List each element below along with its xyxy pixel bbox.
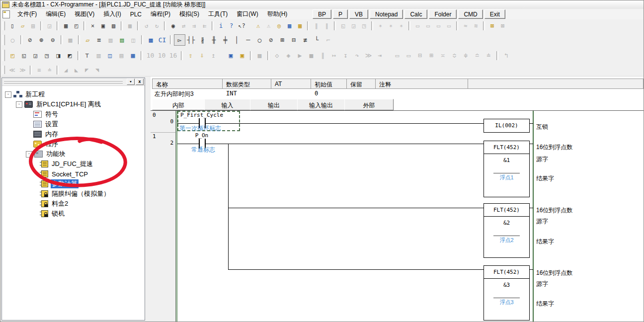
vertical-line-icon[interactable]: │ — [231, 34, 242, 46]
contact-operand-p-first-cycle[interactable]: P_First_Cycle — [170, 112, 233, 118]
flt-instruction-block-1[interactable]: FLT(452) &1 浮点1 — [483, 141, 530, 197]
flt1-result-symbol[interactable]: 浮点1 — [493, 173, 520, 181]
menu-file[interactable]: 文件(F) — [13, 9, 41, 19]
compile-program-check-icon[interactable]: ⚠ — [253, 21, 263, 31]
flt3-result-symbol[interactable]: 浮点3 — [493, 298, 520, 306]
flt2-result-symbol[interactable]: 浮点2 — [493, 236, 520, 244]
symbol-comments-icon[interactable]: ▱ — [82, 34, 93, 46]
mnemonic-box-icon[interactable]: ▦ — [127, 50, 139, 61]
chevron-down-icon[interactable]: ▾ — [127, 79, 135, 85]
menu-window[interactable]: 窗口(W) — [232, 9, 262, 19]
transfer-to-plc-icon[interactable]: ▦ — [284, 21, 295, 31]
work-online-simulator-icon[interactable]: ▣ — [237, 50, 248, 61]
local-symbols-window-icon[interactable]: ◨ — [53, 50, 64, 61]
new-closed-contact-icon[interactable]: ∦ — [197, 34, 208, 46]
expand-toggle-icon[interactable]: - — [16, 101, 22, 108]
new-instruction-2-icon[interactable]: ⊟ — [288, 34, 300, 46]
toolbar-grip[interactable] — [2, 35, 5, 45]
find-icon[interactable]: ◉ — [168, 21, 178, 31]
sidebar-item-fb-param-calc[interactable]: 参数计算 — [2, 179, 145, 189]
mnemonic-view-icon[interactable]: ▦ — [145, 34, 157, 46]
expand-toggle-icon[interactable]: - — [26, 151, 32, 158]
col-header-comment[interactable]: 注释 — [375, 79, 468, 89]
menu-plc[interactable]: PLC — [126, 10, 146, 19]
tab-external[interactable]: 外部 — [344, 99, 394, 110]
menu-help[interactable]: 帮助(H) — [263, 9, 292, 19]
var-name-cell[interactable]: 左升内部时间3 — [155, 90, 194, 98]
about-info-icon[interactable]: i — [216, 21, 226, 31]
flt1-operand[interactable]: &1 — [484, 157, 529, 163]
folder-button[interactable]: Folder — [429, 9, 457, 19]
new-coil-icon[interactable]: ○ — [254, 34, 265, 46]
sidebar-item-label[interactable]: 新工程 — [24, 90, 46, 99]
var-type-cell[interactable]: INT — [226, 90, 237, 97]
toolbar-grip[interactable] — [2, 66, 5, 75]
work-online-icon[interactable]: ▣ — [225, 50, 237, 61]
rung-wrap-icon[interactable]: ▤ — [116, 34, 128, 46]
watch-window-icon[interactable]: ◲ — [30, 50, 41, 61]
notepad-button[interactable]: Notepad — [370, 9, 403, 19]
section-window-icon[interactable]: ◫ — [104, 50, 116, 61]
line-connect-icon[interactable]: └ — [311, 34, 322, 46]
p-button[interactable]: P — [333, 9, 348, 19]
new-instruction-icon[interactable]: ⊞ — [277, 34, 288, 46]
zoom-out-icon[interactable]: ⊖ — [47, 34, 59, 46]
copy-icon[interactable]: ▣ — [98, 21, 108, 31]
col-header-initial[interactable]: 初始值 — [311, 79, 347, 89]
sidebar-item-plc[interactable]: -新PLC1[CP1H-E] 离线 — [2, 99, 145, 109]
expand-toggle-icon[interactable]: - — [5, 91, 11, 98]
col-header-at[interactable]: AT — [271, 79, 311, 89]
zoom-out-tool-icon[interactable]: ⊘ — [24, 34, 36, 46]
flt3-operand[interactable]: &3 — [484, 282, 529, 288]
bp-button[interactable]: BP — [313, 9, 331, 19]
new-or-contact-icon[interactable]: ╫ — [208, 34, 220, 46]
col-header-name[interactable]: 名称 — [152, 79, 223, 89]
sidebar-item-function-blocks[interactable]: -功能块 — [2, 149, 145, 159]
sidebar-item-fb-lock-machine[interactable]: 锁机 — [2, 209, 145, 219]
tab-internal[interactable]: 内部 — [152, 99, 205, 110]
cut-icon[interactable]: × — [87, 21, 98, 31]
new-file-icon[interactable]: ▯ — [7, 21, 17, 31]
sidebar-item-label[interactable]: 功能块 — [45, 150, 67, 159]
sidebar-item-label[interactable]: 锁机 — [51, 209, 66, 218]
flt2-operand[interactable]: &2 — [484, 220, 529, 226]
vb-button[interactable]: VB — [349, 9, 368, 19]
menu-edit[interactable]: 编辑(E) — [41, 9, 70, 19]
menu-tools[interactable]: 工具(T) — [204, 9, 232, 19]
sidebar-item-fb-jd-fuc-tisu[interactable]: JD_FUC_提速 — [2, 159, 145, 169]
open-file-icon[interactable]: ▱ — [17, 21, 28, 31]
col-header-datatype[interactable]: 数据类型 — [222, 79, 271, 89]
menu-view[interactable]: 视图(V) — [70, 9, 99, 19]
sidebar-item-fb-socket-tcp[interactable]: Socket_TCP — [2, 169, 145, 179]
force-on-icon[interactable]: ⇧ — [185, 50, 196, 61]
flt-instruction-block-3[interactable]: FLT(452) &3 浮点3 — [483, 265, 530, 321]
il-instruction-block[interactable]: IL(002) — [483, 119, 530, 133]
toolbar-grip[interactable] — [2, 50, 5, 61]
menu-insert[interactable]: 插入(I) — [99, 9, 125, 19]
close-icon[interactable]: x — [136, 79, 144, 85]
sidebar-item-memory[interactable]: 内存 — [2, 129, 145, 139]
invert-instruction-icon[interactable]: ≢ — [300, 34, 311, 46]
print-preview-icon[interactable]: ◰ — [71, 21, 81, 31]
calc-button[interactable]: Calc — [404, 9, 427, 19]
force-off-icon[interactable]: ⇩ — [196, 50, 208, 61]
print-icon[interactable]: ▦ — [61, 21, 71, 31]
new-or-closed-contact-icon[interactable]: ╪ — [220, 34, 231, 46]
sidebar-item-label[interactable]: JD_FUC_提速 — [51, 160, 94, 168]
sidebar-item-settings[interactable]: 设置 — [2, 119, 145, 129]
sidebar-item-programs[interactable]: 程序 — [2, 139, 145, 149]
cross-ref-window-icon[interactable]: ◳ — [41, 50, 53, 61]
find-report-icon[interactable]: ◎ — [274, 21, 284, 31]
online-edit-icon[interactable]: ▦ — [295, 21, 305, 31]
context-help-icon[interactable]: ↖? — [237, 21, 247, 31]
workspace-toolbar-grip[interactable]: ▾ x — [2, 78, 145, 86]
sidebar-item-label[interactable]: 设置 — [44, 120, 59, 129]
sidebar-item-fb-diaphragm-correct[interactable]: 隔膜纠偏（模拟量） — [2, 189, 145, 199]
new-contact-icon[interactable]: ┤├ — [185, 34, 197, 46]
rung-number-1[interactable]: 1 — [153, 133, 156, 140]
sidebar-item-label[interactable]: 新PLC1[CP1H-E] 离线 — [35, 100, 102, 109]
show-all-symbols-icon[interactable]: ≡ — [93, 34, 105, 46]
ci-view-icon[interactable]: CI — [157, 34, 168, 46]
col-header-retain[interactable]: 保留 — [346, 79, 376, 89]
sidebar-item-project[interactable]: -新工程 — [2, 89, 145, 99]
